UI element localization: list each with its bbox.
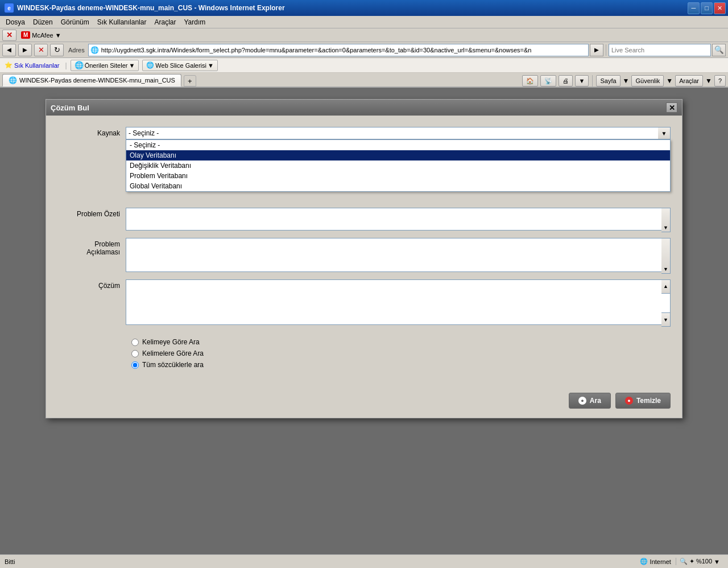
cozum-textarea[interactable] bbox=[126, 279, 671, 325]
search-btn-icon: ● bbox=[578, 397, 586, 405]
dropdown-item-seciniz[interactable]: - Seçiniz - bbox=[126, 140, 670, 150]
dropdown-item-global[interactable]: Global Veritabanı bbox=[126, 181, 670, 191]
radio-tum-sozcuklerle[interactable] bbox=[131, 361, 139, 369]
go-button[interactable]: ► bbox=[590, 44, 603, 56]
live-search-input[interactable] bbox=[609, 44, 711, 56]
menu-duzen[interactable]: Düzen bbox=[30, 17, 56, 27]
dialog-title-bar: Çözüm Bul ✕ bbox=[46, 100, 682, 116]
guvenlik-btn[interactable]: Güvenlik bbox=[631, 75, 664, 87]
home-btn[interactable]: 🏠 bbox=[522, 75, 538, 87]
address-input[interactable] bbox=[88, 44, 589, 56]
menu-dosya[interactable]: Dosya bbox=[2, 17, 28, 27]
active-tab[interactable]: 🌐 WINDESK-Paydas deneme-WINDESK-mnu_main… bbox=[2, 74, 181, 87]
dialog-overlay: Çözüm Bul ✕ Kaynak - Seçiniz - Olay Veri… bbox=[0, 88, 728, 568]
sayfa-dropdown-arrow: ▼ bbox=[623, 77, 630, 85]
zoom-icon: 🔍 bbox=[680, 558, 688, 565]
back-button[interactable]: ◄ bbox=[2, 44, 16, 56]
sayfa-btn[interactable]: Sayfa bbox=[596, 75, 620, 87]
radio-kelimelere-gore-label: Kelimelere Göre Ara bbox=[142, 349, 204, 357]
radio-kelimelere-gore[interactable] bbox=[131, 350, 139, 357]
onerilen-icon: 🌐 bbox=[75, 61, 84, 69]
stop-button[interactable]: ✕ bbox=[34, 44, 48, 56]
maximize-button[interactable]: □ bbox=[701, 2, 713, 14]
kaynak-select[interactable]: - Seçiniz - Olay Veritabanı Değişiklik V… bbox=[126, 127, 671, 139]
problem-ozeti-control: ▼ bbox=[126, 208, 671, 232]
onerilen-siteler-btn[interactable]: 🌐 Önerilen Siteler ▼ bbox=[71, 60, 139, 71]
mcafee-label: McAfee bbox=[32, 32, 53, 39]
zone-icon: 🌐 bbox=[640, 558, 648, 565]
radio-kelimeye-gore-label: Kelimeye Göre Ara bbox=[142, 338, 200, 346]
scrollbar2-arrow-down: ▼ bbox=[661, 238, 671, 274]
problem-aciklamasi-textarea[interactable] bbox=[126, 238, 671, 272]
toolbar-separator bbox=[606, 44, 606, 56]
status-right: 🌐 Internet 🔍 ✦ %100 ▼ bbox=[640, 558, 723, 565]
ara-button[interactable]: ● Ara bbox=[569, 393, 611, 409]
cozum-row: Çözüm ▲ ▼ bbox=[57, 279, 671, 327]
kaynak-dropdown-popup: - Seçiniz - Olay Veritabanı Değişiklik V… bbox=[126, 139, 671, 192]
tab-sep bbox=[592, 75, 593, 87]
star-icon: ⭐ bbox=[5, 61, 13, 69]
tab-ie-icon: 🌐 bbox=[9, 76, 17, 84]
araclar-dropdown-arrow: ▼ bbox=[705, 77, 712, 85]
mcafee-icon: M bbox=[21, 31, 30, 39]
problem-ozeti-label: Problem Özeti bbox=[57, 208, 126, 218]
mcafee-badge: M McAfee ▼ bbox=[19, 31, 64, 39]
security-toolbar: ✕ M McAfee ▼ bbox=[0, 28, 728, 42]
search-button[interactable]: 🔍 bbox=[712, 44, 726, 56]
problem-ozeti-textarea[interactable] bbox=[126, 208, 671, 231]
rss-btn[interactable]: 📡 bbox=[540, 75, 556, 87]
dropdown-item-olay[interactable]: Olay Veritabanı bbox=[126, 150, 670, 160]
problem-aciklamasi-control: ▼ bbox=[126, 238, 671, 274]
dialog-close-button[interactable]: ✕ bbox=[666, 102, 677, 113]
sik-kullanilanlar-link[interactable]: ⭐ Sık Kullanılanlar bbox=[2, 60, 62, 70]
zoom-dropdown-icon: ▼ bbox=[714, 558, 720, 565]
tab-bar: 🌐 WINDESK-Paydas deneme-WINDESK-mnu_main… bbox=[0, 73, 728, 88]
main-toolbar: ◄ ► ✕ ↻ Adres 🌐 ► 🔍 bbox=[0, 42, 728, 58]
radio-tum-sozcuklerle-label: Tüm sözcüklerle ara bbox=[142, 361, 204, 369]
scrollbar3-arrow-up: ▲ bbox=[661, 279, 671, 294]
help-btn[interactable]: ? bbox=[714, 75, 726, 87]
forward-button[interactable]: ► bbox=[18, 44, 32, 56]
radio-row-1: Kelimeye Göre Ara bbox=[131, 338, 671, 346]
web-slice-galerisi-btn[interactable]: 🌐 Web Slice Galerisi ▼ bbox=[142, 60, 218, 71]
zone-label: Internet bbox=[650, 558, 671, 565]
web-slice-dropdown-icon: ▼ bbox=[208, 62, 214, 69]
guvenlik-dropdown-arrow: ▼ bbox=[666, 77, 673, 85]
problem-aciklamasi-label: ProblemAçıklaması bbox=[57, 238, 126, 256]
radio-kelimeye-gore[interactable] bbox=[131, 339, 139, 346]
kaynak-control: - Seçiniz - Olay Veritabanı Değişiklik V… bbox=[126, 127, 671, 139]
menu-araclar[interactable]: Araçlar bbox=[151, 17, 179, 27]
radio-group: Kelimeye Göre Ara Kelimelere Göre Ara Tü… bbox=[57, 332, 671, 369]
temizle-button[interactable]: ● Temizle bbox=[615, 393, 671, 409]
new-tab-button[interactable]: + bbox=[184, 75, 196, 87]
address-ie-icon: 🌐 bbox=[90, 46, 99, 54]
araclar-btn[interactable]: Araçlar bbox=[675, 75, 703, 87]
menu-sik-kullanilanlar[interactable]: Sık Kullanılanlar bbox=[94, 17, 150, 27]
problem-ozeti-row: Problem Özeti ▼ bbox=[57, 208, 671, 232]
problem-aciklamasi-row: ProblemAçıklaması ▼ bbox=[57, 238, 671, 274]
address-bar-wrapper: Adres 🌐 ► 🔍 bbox=[66, 44, 726, 56]
print-btn[interactable]: 🖨 bbox=[559, 75, 573, 87]
minimize-button[interactable]: ─ bbox=[688, 2, 700, 14]
dropdown-item-problem[interactable]: Problem Veritabanı bbox=[126, 171, 670, 181]
status-zone: 🌐 Internet bbox=[640, 558, 671, 565]
clear-btn-icon: ● bbox=[625, 397, 633, 405]
print-dropdown-btn[interactable]: ▼ bbox=[575, 75, 589, 87]
address-label: Adres bbox=[66, 47, 87, 53]
radio-row-3: Tüm sözcüklerle ara bbox=[131, 361, 671, 369]
dialog-body: Kaynak - Seçiniz - Olay Veritabanı Değiş… bbox=[46, 116, 682, 384]
dropdown-item-degisiklik[interactable]: Değişiklik Veritabanı bbox=[126, 160, 670, 171]
mcafee-dropdown-icon[interactable]: ▼ bbox=[55, 32, 61, 39]
menu-bar: Dosya Düzen Görünüm Sık Kullanılanlar Ar… bbox=[0, 16, 728, 28]
refresh-button[interactable]: ↻ bbox=[50, 44, 64, 56]
ara-button-label: Ara bbox=[590, 397, 601, 405]
cozum-control: ▲ ▼ bbox=[126, 279, 671, 327]
menu-gorunum[interactable]: Görünüm bbox=[57, 17, 93, 27]
onerilen-dropdown-icon: ▼ bbox=[129, 62, 135, 69]
title-bar: e WINDESK-Paydas deneme-WINDESK-mnu_main… bbox=[0, 0, 728, 16]
cozum-bul-dialog: Çözüm Bul ✕ Kaynak - Seçiniz - Olay Veri… bbox=[46, 99, 682, 418]
menu-yardim[interactable]: Yardım bbox=[180, 17, 209, 27]
zoom-control[interactable]: 🔍 ✦ %100 ▼ bbox=[676, 558, 723, 565]
close-security-btn[interactable]: ✕ bbox=[2, 30, 16, 41]
window-close-button[interactable]: ✕ bbox=[714, 2, 726, 14]
